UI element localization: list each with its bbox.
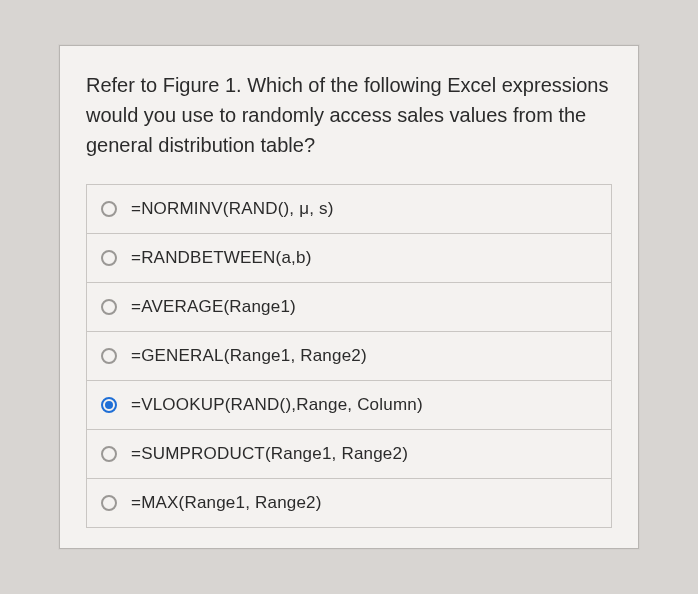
radio-unchecked-icon <box>101 348 117 364</box>
radio-checked-icon <box>101 397 117 413</box>
option-row[interactable]: =RANDBETWEEN(a,b) <box>87 234 611 283</box>
options-group: =NORMINV(RAND(), μ, s) =RANDBETWEEN(a,b)… <box>86 184 612 528</box>
option-label: =RANDBETWEEN(a,b) <box>131 248 312 268</box>
option-label: =NORMINV(RAND(), μ, s) <box>131 199 334 219</box>
option-row[interactable]: =SUMPRODUCT(Range1, Range2) <box>87 430 611 479</box>
option-row[interactable]: =VLOOKUP(RAND(),Range, Column) <box>87 381 611 430</box>
option-row[interactable]: =MAX(Range1, Range2) <box>87 479 611 528</box>
option-label: =MAX(Range1, Range2) <box>131 493 322 513</box>
radio-unchecked-icon <box>101 495 117 511</box>
option-row[interactable]: =NORMINV(RAND(), μ, s) <box>87 185 611 234</box>
option-label: =AVERAGE(Range1) <box>131 297 296 317</box>
radio-unchecked-icon <box>101 299 117 315</box>
option-label: =GENERAL(Range1, Range2) <box>131 346 367 366</box>
radio-unchecked-icon <box>101 250 117 266</box>
radio-unchecked-icon <box>101 446 117 462</box>
option-row[interactable]: =AVERAGE(Range1) <box>87 283 611 332</box>
option-label: =VLOOKUP(RAND(),Range, Column) <box>131 395 423 415</box>
question-text: Refer to Figure 1. Which of the followin… <box>86 70 612 160</box>
question-card: Refer to Figure 1. Which of the followin… <box>59 45 639 549</box>
option-row[interactable]: =GENERAL(Range1, Range2) <box>87 332 611 381</box>
option-label: =SUMPRODUCT(Range1, Range2) <box>131 444 408 464</box>
radio-unchecked-icon <box>101 201 117 217</box>
